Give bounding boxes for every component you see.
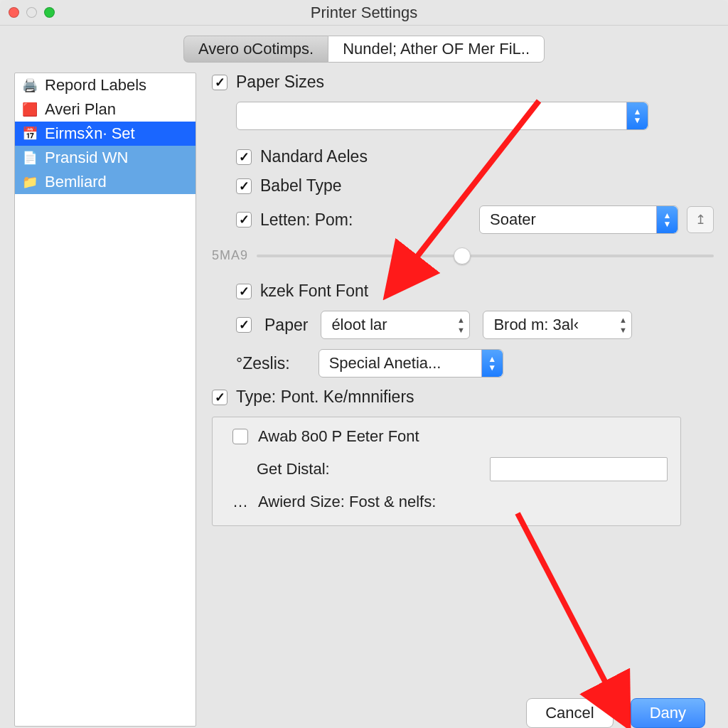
svg-line-1 — [518, 513, 610, 691]
chevron-updown-icon: ▲▼ — [626, 102, 648, 129]
slider-row: 5MA9 — [212, 248, 714, 263]
sidebar-item-eirms[interactable]: 📅 Eirmsx̂n· Set — [15, 122, 196, 146]
tab-nundel[interactable]: Nundel; Ather OF Mer FiL.. — [328, 36, 545, 63]
tab-avero[interactable]: Avero oCotimps. — [183, 36, 328, 63]
sidebar-item-averi[interactable]: 🟥 Averi Plan — [15, 97, 196, 122]
chevron-updown-icon: ▲▼ — [481, 350, 503, 377]
kzek-row: kzek Font Font — [236, 282, 714, 301]
window-title: Printer Settings — [0, 4, 728, 22]
paper-sizes-combo[interactable]: ▲▼ — [236, 102, 648, 130]
babel-row: Babel Type — [236, 176, 714, 196]
folder-icon: 📁 — [22, 174, 38, 190]
zeslis-row: °Zeslis: Special Anetia... ▲▼ — [236, 349, 714, 378]
arrow-up-icon: ↥ — [695, 212, 706, 228]
paper2-combo2[interactable]: Brod m: 3al‹ ▲▼ — [483, 311, 632, 339]
chevron-updown-icon: ▲▼ — [656, 206, 678, 233]
awierd-label: Awierd Size: Fost & nelfs: — [258, 493, 436, 511]
sidebar: 🖨️ Repord Labels 🟥 Averi Plan 📅 Eirmsx̂n… — [14, 73, 196, 727]
minimize-icon[interactable] — [26, 7, 37, 18]
type-pont-checkbox[interactable] — [212, 390, 228, 405]
nandard-checkbox[interactable] — [236, 149, 252, 165]
kzek-label: kzek Font Font — [260, 282, 368, 301]
letten-row: Letten: Pom: Soater ▲▼ ↥ — [236, 205, 714, 234]
paper2-checkbox[interactable] — [236, 317, 252, 333]
chevron-updown-icon: ▲▼ — [452, 311, 469, 338]
traffic-lights — [9, 7, 55, 18]
type-pont-label: Type: Pont. Ke/mnnifiers — [236, 387, 414, 407]
paper-sizes-combo-row: ▲▼ — [236, 102, 714, 130]
combo-value: éloot lar — [331, 316, 387, 334]
doc-icon: 📄 — [22, 150, 38, 166]
dialog-buttons: Cancel Dany — [526, 698, 705, 728]
combo-value: Special Anetia... — [329, 354, 441, 373]
combo-value: Brod m: 3al‹ — [493, 316, 579, 334]
calendar-icon: 📅 — [22, 126, 38, 141]
awab-checkbox[interactable] — [232, 429, 248, 444]
paper2-row: Paper éloot lar ▲▼ Brod m: 3al‹ ▲▼ — [236, 311, 714, 339]
size-slider[interactable] — [257, 255, 714, 257]
main-panel: Paper Sizes ▲▼ Nandard Aeles Babel Type — [212, 73, 714, 727]
sidebar-item-label: Pransid WN — [45, 149, 128, 167]
paper-sizes-checkbox[interactable] — [212, 75, 228, 90]
zeslis-combo[interactable]: Special Anetia... ▲▼ — [318, 349, 503, 378]
annotation-arrow-2 — [510, 506, 624, 702]
get-distal-row: Get Distal: — [257, 457, 668, 481]
settings-window: Printer Settings Avero oCotimps. Nundel;… — [0, 0, 728, 728]
tab-bar: Avero oCotimps. Nundel; Ather OF Mer FiL… — [0, 26, 728, 63]
awierd-row: … Awierd Size: Fost & nelfs: — [232, 493, 668, 511]
zeslis-label: °Zeslis: — [236, 354, 290, 373]
awab-row: Awab 8o0 P Eeter Font — [232, 427, 668, 446]
get-distal-input[interactable] — [490, 457, 668, 481]
chevron-updown-icon: ▲▼ — [614, 311, 631, 338]
sidebar-item-pransid[interactable]: 📄 Pransid WN — [15, 146, 196, 170]
titlebar: Printer Settings — [0, 0, 728, 26]
letten-label: Letten: Pom: — [260, 210, 353, 230]
paper2-label: Paper — [264, 316, 308, 335]
type-pont-groupbox: Awab 8o0 P Eeter Font Get Distal: … Awie… — [212, 417, 681, 526]
ok-button[interactable]: Dany — [631, 698, 705, 728]
awab-label: Awab 8o0 P Eeter Font — [258, 427, 419, 446]
paper-sizes-row: Paper Sizes — [212, 73, 714, 92]
increase-button[interactable]: ↥ — [687, 206, 714, 233]
kzek-checkbox[interactable] — [236, 284, 252, 299]
paper2-combo1[interactable]: éloot lar ▲▼ — [321, 311, 470, 339]
slider-label: 5MA9 — [212, 248, 248, 263]
sidebar-item-label: Repord Labels — [45, 76, 146, 95]
combo-value: Soater — [490, 210, 536, 229]
letten-combo[interactable]: Soater ▲▼ — [479, 205, 678, 234]
sidebar-item-label: Eirmsx̂n· Set — [45, 124, 135, 143]
babel-checkbox[interactable] — [236, 178, 252, 194]
sidebar-item-label: Averi Plan — [45, 100, 116, 119]
letten-checkbox[interactable] — [236, 212, 252, 228]
get-distal-label: Get Distal: — [257, 460, 330, 478]
close-icon[interactable] — [9, 7, 19, 18]
sidebar-item-bemliard[interactable]: 📁 Bemliard — [15, 170, 196, 194]
paper-sizes-label: Paper Sizes — [236, 73, 324, 92]
nandard-label: Nandard Aeles — [260, 147, 368, 166]
sidebar-item-repord[interactable]: 🖨️ Repord Labels — [15, 73, 196, 97]
zoom-icon[interactable] — [44, 7, 55, 18]
printer-icon: 🖨️ — [22, 77, 38, 93]
sidebar-item-label: Bemliard — [45, 173, 107, 191]
app-icon: 🟥 — [22, 102, 38, 117]
window-body: 🖨️ Repord Labels 🟥 Averi Plan 📅 Eirmsx̂n… — [0, 63, 728, 727]
cancel-button[interactable]: Cancel — [526, 698, 613, 728]
slider-thumb[interactable] — [454, 247, 471, 264]
babel-label: Babel Type — [260, 176, 342, 196]
ellipsis-icon: … — [232, 493, 248, 511]
type-pont-row: Type: Pont. Ke/mnnifiers — [212, 387, 714, 407]
nandard-row: Nandard Aeles — [236, 147, 714, 166]
